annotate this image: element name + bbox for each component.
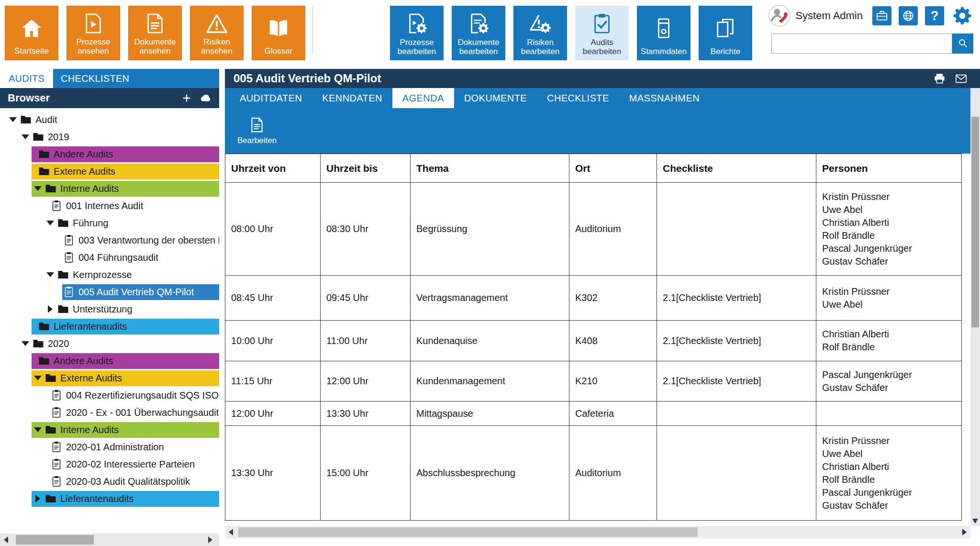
settings-button[interactable]: [951, 5, 973, 27]
bearbeiten-button[interactable]: Bearbeiten: [237, 117, 277, 145]
top-toolbar: StartseiteProzesse ansehenDokumente anse…: [0, 0, 980, 69]
agenda-row[interactable]: 11:15 Uhr12:00 UhrKundenmanagementK2102.…: [225, 361, 962, 401]
tree-item-label: 004 Rezertifizierungsaudit SQS ISO 9: [66, 390, 219, 401]
tab-checkliste[interactable]: CHECKLISTE: [537, 88, 619, 108]
expander-icon[interactable]: [44, 221, 56, 225]
scroll-thumb[interactable]: [16, 535, 94, 545]
globe-button[interactable]: [899, 6, 918, 25]
expander-icon[interactable]: [32, 495, 44, 502]
agenda-row[interactable]: 08:45 Uhr09:45 UhrVertragsmanagementK302…: [225, 276, 962, 321]
expander-icon[interactable]: [32, 427, 44, 432]
tree-item[interactable]: Interne Audits: [0, 180, 219, 197]
audits-bearbeiten-button[interactable]: Audits bearbeiten: [575, 6, 629, 60]
tab-agenda[interactable]: AGENDA: [392, 88, 454, 108]
risiken-ansehen-button[interactable]: Risiken ansehen: [190, 6, 244, 60]
expander-icon[interactable]: [44, 305, 56, 313]
tab-massnahmen[interactable]: MASSNAHMEN: [619, 88, 710, 108]
scroll-thumb[interactable]: [238, 527, 698, 537]
print-button[interactable]: [933, 72, 946, 85]
tree-item[interactable]: Andere Audits: [0, 145, 219, 163]
scroll-left-arrow[interactable]: [4, 536, 8, 543]
startseite-button[interactable]: Startseite: [5, 6, 58, 60]
tree-item[interactable]: Kernprozesse: [0, 266, 219, 283]
tree-item[interactable]: 2020: [0, 335, 219, 352]
tree-item[interactable]: Audit: [0, 111, 219, 128]
scroll-right-arrow[interactable]: [208, 536, 212, 543]
tree-item-label: 2020 - Ex - 001 Überwachungsaudit I: [66, 407, 219, 418]
tree-item[interactable]: 004 Führungsaudit: [0, 249, 219, 266]
tab-kenndaten[interactable]: KENNDATEN: [312, 88, 392, 108]
tab-dokumente[interactable]: DOKUMENTE: [454, 88, 537, 108]
expander-icon[interactable]: [7, 117, 19, 122]
tree-item[interactable]: Lieferantenaudits: [0, 490, 219, 507]
expander-icon[interactable]: [44, 272, 56, 277]
agenda-row[interactable]: 08:00 Uhr08:30 UhrBegrüssungAuditoriumKr…: [225, 183, 962, 276]
search-input[interactable]: [771, 33, 952, 54]
dokumente-bearbeiten-button[interactable]: Dokumente bearbeiten: [452, 6, 505, 60]
briefcase-button[interactable]: [872, 6, 891, 25]
stammdaten-button[interactable]: Stammdaten: [637, 6, 690, 60]
tree-item[interactable]: 2020-01 Administration: [0, 438, 219, 456]
tree-item-label: 2020-02 Interessierte Parteien: [66, 459, 195, 470]
tree-item[interactable]: Externe Audits: [0, 163, 219, 180]
prozesse-bearbeiten-button[interactable]: Prozesse bearbeiten: [390, 6, 444, 60]
tree-item[interactable]: 2020-03 Audit Qualitätspolitik: [0, 473, 219, 490]
tree-item[interactable]: 2020-02 Interessierte Parteien: [0, 456, 219, 473]
tree-item[interactable]: Führung: [0, 214, 219, 232]
cell-ort: Auditorium: [569, 426, 657, 521]
berichte-button[interactable]: Berichte: [699, 6, 752, 60]
expander-icon[interactable]: [19, 341, 32, 346]
scroll-right-arrow[interactable]: [962, 529, 967, 535]
scroll-left-arrow[interactable]: [229, 529, 233, 535]
tree-item[interactable]: Externe Audits: [0, 369, 219, 387]
agenda-row[interactable]: 12:00 Uhr13:30 UhrMittagspauseCafeteria: [225, 401, 962, 426]
cloud-button[interactable]: [200, 92, 212, 104]
agenda-row[interactable]: 13:30 Uhr15:00 UhrAbschlussbesprechungAu…: [225, 426, 962, 521]
scroll-down-arrow[interactable]: [972, 519, 978, 524]
user-avatar[interactable]: [768, 5, 791, 27]
tree-item[interactable]: 2020 - Ex - 001 Überwachungsaudit I: [0, 404, 219, 421]
risiken-bearbeiten-button[interactable]: Risiken bearbeiten: [513, 6, 567, 60]
dokumente-ansehen-button[interactable]: Dokumente ansehen: [128, 6, 182, 60]
tree-item[interactable]: Lieferantenaudits: [0, 318, 219, 335]
tab-audits[interactable]: AUDITS: [0, 69, 53, 88]
tree-item[interactable]: 005 Audit Vertrieb QM-Pilot: [0, 283, 219, 301]
main-hscrollbar[interactable]: [225, 526, 970, 538]
glossar-button[interactable]: Glossar: [252, 6, 305, 60]
cell-ort: K408: [569, 321, 657, 361]
expander-icon[interactable]: [32, 376, 44, 380]
tree-item-label: 003 Verantwortung der obersten L: [78, 235, 219, 246]
search-button[interactable]: [952, 33, 973, 54]
folder-icon: [45, 183, 56, 194]
tree-item[interactable]: 2019: [0, 128, 219, 145]
startseite-button-label: Startseite: [14, 46, 49, 56]
tree-item[interactable]: 003 Verantwortung der obersten L: [0, 232, 219, 249]
agenda-toolbar: Bearbeiten: [225, 108, 970, 154]
cell-checkliste: [657, 401, 816, 426]
person-name: Christian Alberti: [822, 328, 956, 341]
tree-item[interactable]: Interne Audits: [0, 421, 219, 438]
cell-checkliste: [657, 426, 816, 521]
tab-auditdaten[interactable]: AUDITDATEN: [230, 88, 312, 108]
sidebar-hscrollbar[interactable]: [0, 534, 219, 546]
print-icon: [933, 72, 946, 85]
sidebar: AUDITS CHECKLISTEN Browser Audit2019Ande…: [0, 69, 219, 546]
expander-icon[interactable]: [19, 134, 32, 139]
help-button[interactable]: ?: [925, 6, 944, 25]
tree-item-label: Interne Audits: [60, 424, 119, 435]
agenda-row[interactable]: 10:00 Uhr11:00 UhrKundenaquiseK4082.1[Ch…: [225, 321, 962, 361]
cell-ort: K302: [569, 276, 657, 321]
add-button[interactable]: [181, 92, 192, 104]
tab-checklisten[interactable]: CHECKLISTEN: [53, 69, 219, 88]
person-name: Rolf Brändle: [822, 229, 956, 242]
cell-bis: 08:30 Uhr: [321, 183, 411, 276]
tree-item[interactable]: 001 Internes Audit: [0, 197, 219, 214]
main-vscrollbar[interactable]: [970, 88, 980, 526]
prozesse-ansehen-button[interactable]: Prozesse ansehen: [67, 6, 120, 60]
tree-item[interactable]: Andere Audits: [0, 352, 219, 369]
tree-item[interactable]: 004 Rezertifizierungsaudit SQS ISO 9: [0, 387, 219, 404]
tree-item[interactable]: Unterstützung: [0, 301, 219, 318]
scroll-thumb[interactable]: [971, 117, 979, 327]
expander-icon[interactable]: [32, 186, 44, 191]
mail-button[interactable]: [955, 72, 968, 85]
